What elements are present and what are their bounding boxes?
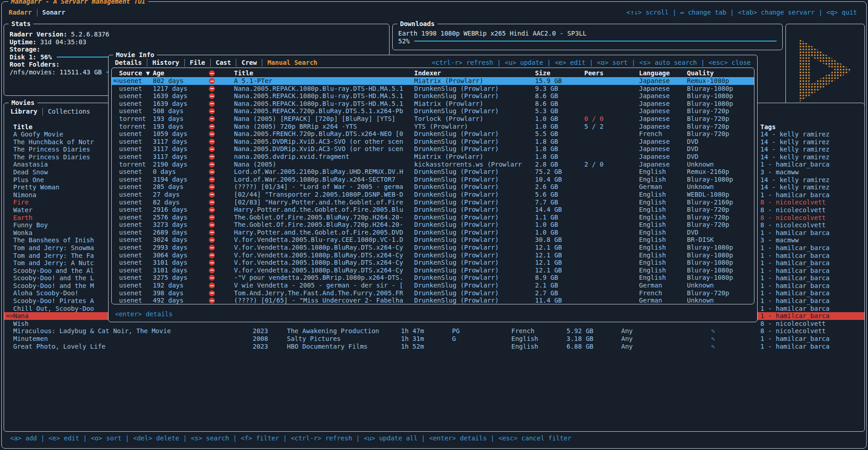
result-language-cell: German bbox=[639, 297, 687, 304]
result-title-cell: Nana.2005.REPACK.720p.BluRay.DTS.5.1.x26… bbox=[234, 107, 414, 115]
result-rejected-cell bbox=[209, 100, 234, 108]
selection-marker bbox=[4, 305, 13, 313]
search-result-row[interactable]: usenet 508 days Nana.2005.REPACK.720p.Bl… bbox=[112, 107, 754, 115]
result-age-cell: 2916 days bbox=[153, 206, 209, 214]
selection-marker bbox=[4, 335, 13, 343]
movies-tab[interactable]: Library bbox=[10, 108, 37, 115]
result-language-cell: Japanese bbox=[639, 161, 687, 168]
search-result-row[interactable]: usenet 398 days Tom.And.Jerry.The.Fast.A… bbox=[112, 289, 754, 297]
selection-marker bbox=[4, 206, 13, 214]
search-result-row[interactable]: usenet 3101 days V.for.Vendetta.2005.108… bbox=[112, 259, 754, 267]
result-title-cell: Lord.of.War.2005.1080p.BluRay.x264-SECTO… bbox=[234, 176, 414, 183]
result-age-cell: 3101 days bbox=[153, 259, 209, 267]
search-result-row[interactable]: usenet 3101 days V.for.Vendetta.2005.108… bbox=[112, 267, 754, 274]
movie-info-tab[interactable]: History bbox=[147, 59, 179, 67]
result-age-cell: 2993 days bbox=[153, 244, 209, 251]
result-age-cell: 192 days bbox=[153, 282, 209, 289]
result-size-cell: 8.9 GB bbox=[535, 274, 584, 282]
search-result-row[interactable]: usenet 1059 days Nana.2005.FRENCH.720p.B… bbox=[112, 130, 754, 138]
result-language-cell: German bbox=[639, 183, 687, 191]
movie-studio-cell: HBO Documentary Films bbox=[287, 343, 401, 351]
col-size[interactable]: Size bbox=[535, 69, 584, 77]
col-title[interactable]: Title bbox=[234, 69, 414, 77]
col-source[interactable]: Source ▼ bbox=[119, 69, 153, 77]
search-result-row[interactable]: usenet 2576 days The.Goblet.Of.Fire.2005… bbox=[112, 214, 754, 221]
rejected-icon bbox=[209, 169, 215, 175]
movie-info-tab[interactable]: File bbox=[184, 59, 205, 67]
movie-tag-cell: 3 - macmww bbox=[760, 236, 864, 244]
movie-row[interactable]: Miraculous: Ladybug & Cat Noir, The Movi… bbox=[4, 327, 864, 335]
selection-marker bbox=[112, 199, 119, 206]
movie-row[interactable]: Minutemen 2008 Salty Pictures 1h 31m G E… bbox=[4, 335, 864, 343]
result-indexer-cell: DrunkenSlug (Prowlarr) bbox=[414, 289, 535, 297]
movie-info-tab[interactable]: Details bbox=[115, 59, 142, 67]
movie-tag-cell: 8 - nicolecolvett bbox=[760, 199, 864, 206]
movie-info-topline: Details History File Cast Crew Manual Se… bbox=[115, 59, 751, 67]
search-result-row[interactable]: usenet 27 days [02/44] "Transporter 2.20… bbox=[112, 191, 754, 199]
result-quality-cell: Bluray-1080p bbox=[687, 274, 754, 282]
search-result-row[interactable]: usenet 1639 days Nana.2005.REPACK.1080p.… bbox=[112, 100, 754, 108]
result-size-cell: 12.1 GB bbox=[535, 244, 584, 251]
search-result-row[interactable]: usenet 3064 days V.for.Vendetta.2005.108… bbox=[112, 251, 754, 259]
col-language[interactable]: Language bbox=[639, 69, 687, 77]
search-result-row[interactable]: usenet 3024 days V.for.Vendetta.2005.Blu… bbox=[112, 236, 754, 244]
result-language-cell: Japanese bbox=[639, 107, 687, 115]
result-quality-cell: BR-DISK bbox=[687, 236, 754, 244]
search-result-row[interactable]: usenet 285 days (????) [01/34] - "Lord o… bbox=[112, 183, 754, 191]
search-result-row[interactable]: usenet 2916 days Harry.Potter.and.the.Go… bbox=[112, 206, 754, 214]
search-result-row[interactable]: usenet 1639 days Nana.2005.REPACK.1080p.… bbox=[112, 92, 754, 100]
movie-studio-cell: Salty Pictures bbox=[287, 335, 401, 343]
search-result-row[interactable]: usenet 0 days Lord.of.War.2005.2160p.Blu… bbox=[112, 168, 754, 176]
movie-tag-cell: 1 - hamilcar_barca bbox=[760, 297, 864, 305]
result-language-cell: Japanese bbox=[639, 115, 687, 123]
search-result-row[interactable]: usenet 2993 days V.for.Vendetta.2005.108… bbox=[112, 244, 754, 251]
movie-info-tab[interactable]: Cast bbox=[210, 59, 231, 67]
search-result-row[interactable]: torrent 193 days Nana (2005) 720p BRRip … bbox=[112, 123, 754, 131]
result-source-cell: usenet bbox=[119, 214, 153, 221]
result-quality-cell: Bluray-720p bbox=[687, 214, 754, 221]
result-source-cell: usenet bbox=[119, 259, 153, 267]
search-result-row[interactable]: usenet 3117 days nana.2005.dvdrip.xvid.f… bbox=[112, 153, 754, 161]
movie-row[interactable]: Great Photo, Lovely Life 2023 HBO Docume… bbox=[4, 343, 864, 351]
col-quality[interactable]: Quality bbox=[687, 69, 754, 77]
movies-tab[interactable]: Collections bbox=[42, 108, 90, 115]
col-indexer[interactable]: Indexer bbox=[414, 69, 535, 77]
search-result-row[interactable]: usenet 492 days (????) [01/65] - "Miss U… bbox=[112, 297, 754, 304]
search-result-row[interactable]: usenet 192 days V wie Vendetta - 2005 - … bbox=[112, 282, 754, 289]
movie-info-tab[interactable]: Manual Search bbox=[262, 59, 317, 67]
rejected-icon bbox=[209, 298, 215, 303]
search-result-row[interactable]: usenet 3117 days Nana.2005.DVDRip.XviD.A… bbox=[112, 145, 754, 153]
movie-rating-cell bbox=[452, 343, 511, 351]
movie-tag-cell: 1 - hamilcar_barca bbox=[760, 335, 864, 343]
search-result-row[interactable]: usenet 82 days [02/83] "Harry.Potter.and… bbox=[112, 199, 754, 206]
search-result-row[interactable]: torrent 193 days Nana (2005) [REPACK] [7… bbox=[112, 115, 754, 123]
col-peers[interactable]: Peers bbox=[584, 69, 639, 77]
search-result-row[interactable]: => usenet 802 days A 5.1-PTer Miatrix (P… bbox=[112, 77, 754, 85]
selection-marker bbox=[112, 100, 119, 108]
search-result-row[interactable]: usenet 1217 days Nana.2005.REPACK.1080p.… bbox=[112, 85, 754, 93]
search-result-row[interactable]: torrent 2190 days Nana (2005) kickasstor… bbox=[112, 161, 754, 168]
result-quality-cell: DVD bbox=[687, 153, 754, 161]
result-size-cell: 1.1 GB bbox=[535, 214, 584, 221]
result-age-cell: 3275 days bbox=[153, 274, 209, 282]
result-rejected-cell bbox=[209, 145, 234, 153]
search-result-row[interactable]: usenet 3117 days Nana.2005.DVDRip.XviD.A… bbox=[112, 138, 754, 146]
servarr-tab[interactable]: Sonarr bbox=[37, 9, 66, 16]
servarr-tab[interactable]: Radarr bbox=[9, 9, 32, 16]
result-indexer-cell: DrunkenSlug (Prowlarr) bbox=[414, 251, 535, 259]
result-source-cell: usenet bbox=[119, 251, 153, 259]
disk-usage-label: Disk 1: 56% bbox=[10, 53, 52, 61]
search-result-row[interactable]: usenet 2689 days Harry.Potter.and.the.Go… bbox=[112, 229, 754, 236]
selection-marker bbox=[112, 236, 119, 244]
result-title-cell: The.Goblet.Of.Fire.2005.BluRay.720p.H264… bbox=[234, 214, 414, 221]
selection-marker bbox=[4, 320, 13, 328]
movie-tag-cell: 14 - kelly ramirez bbox=[760, 131, 864, 138]
col-age[interactable]: Age bbox=[153, 69, 209, 77]
search-result-row[interactable]: usenet 3273 days The.Goblet.Of.Fire.2005… bbox=[112, 221, 754, 229]
search-result-row[interactable]: usenet 3275 days -"V pour vendetta.2005.… bbox=[112, 274, 754, 282]
movie-info-tab[interactable]: Crew bbox=[236, 59, 257, 67]
result-age-cell: 3117 days bbox=[153, 153, 209, 161]
search-result-row[interactable]: usenet 3194 days Lord.of.War.2005.1080p.… bbox=[112, 176, 754, 183]
result-size-cell: 5.6 GB bbox=[535, 191, 584, 199]
result-language-cell: German bbox=[639, 282, 687, 289]
